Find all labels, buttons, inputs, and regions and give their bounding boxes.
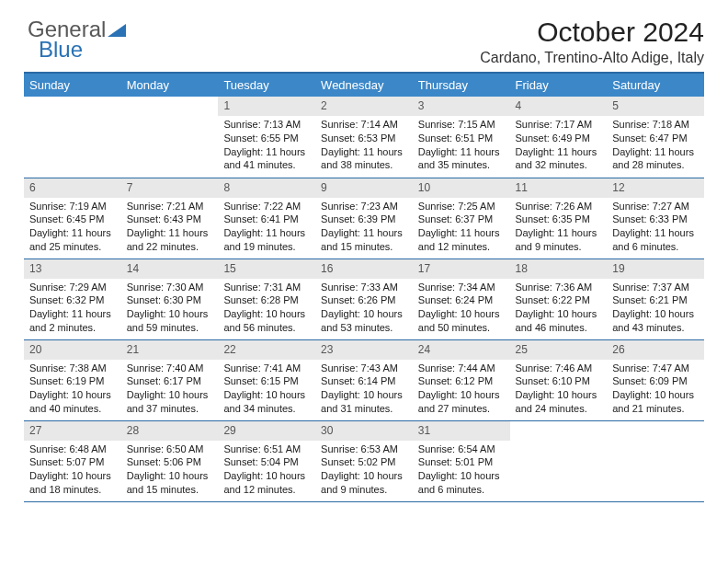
sunset-text: Sunset: 5:06 PM	[127, 456, 213, 469]
calendar-week-row: 13Sunrise: 7:29 AMSunset: 6:32 PMDayligh…	[24, 259, 704, 339]
sunset-text: Sunset: 5:04 PM	[223, 456, 310, 469]
day-details: Sunrise: 7:23 AMSunset: 6:39 PMDaylight:…	[315, 198, 413, 259]
sunrise-text: Sunrise: 7:26 AM	[516, 201, 602, 213]
daylight2-text: and 53 minutes.	[321, 322, 407, 335]
day-number: 25	[510, 340, 608, 360]
calendar-day-cell: 4Sunrise: 7:17 AMSunset: 6:49 PMDaylight…	[510, 97, 608, 178]
daylight1-text: Daylight: 11 hours	[612, 227, 699, 240]
calendar-day-cell: 21Sunrise: 7:40 AMSunset: 6:17 PMDayligh…	[121, 339, 219, 420]
sunset-text: Sunset: 6:28 PM	[223, 294, 310, 307]
sunrise-text: Sunrise: 7:15 AM	[418, 119, 505, 132]
sunset-text: Sunset: 6:33 PM	[612, 213, 699, 226]
sunrise-text: Sunrise: 7:36 AM	[516, 282, 602, 294]
calendar-day-cell: 6Sunrise: 7:19 AMSunset: 6:45 PMDaylight…	[24, 178, 121, 259]
daylight1-text: Daylight: 11 hours	[516, 146, 602, 159]
sunset-text: Sunset: 6:22 PM	[516, 294, 602, 307]
calendar-week-row: 1Sunrise: 7:13 AMSunset: 6:55 PMDaylight…	[24, 97, 704, 178]
day-details: Sunrise: 7:13 AMSunset: 6:55 PMDaylight:…	[218, 116, 315, 177]
day-number: 31	[413, 421, 510, 441]
calendar-day-cell: 8Sunrise: 7:22 AMSunset: 6:41 PMDaylight…	[218, 178, 315, 259]
daylight1-text: Daylight: 10 hours	[29, 470, 116, 483]
day-details: Sunrise: 7:38 AMSunset: 6:19 PMDaylight:…	[24, 360, 121, 420]
daylight1-text: Daylight: 10 hours	[612, 389, 699, 402]
sunset-text: Sunset: 6:43 PM	[127, 213, 213, 226]
sunset-text: Sunset: 6:10 PM	[516, 375, 602, 388]
day-details: Sunrise: 7:25 AMSunset: 6:37 PMDaylight:…	[413, 198, 510, 259]
daylight1-text: Daylight: 10 hours	[127, 470, 213, 483]
sunrise-text: Sunrise: 7:46 AM	[516, 362, 602, 375]
sunrise-text: Sunrise: 6:51 AM	[223, 443, 310, 456]
sunset-text: Sunset: 5:07 PM	[29, 456, 116, 469]
calendar-day-cell: 18Sunrise: 7:36 AMSunset: 6:22 PMDayligh…	[510, 259, 608, 339]
weekday-header: Thursday	[413, 73, 510, 97]
sunset-text: Sunset: 6:35 PM	[516, 213, 602, 226]
day-number: 19	[607, 259, 704, 279]
day-details: Sunrise: 7:46 AMSunset: 6:10 PMDaylight:…	[510, 360, 608, 420]
daylight2-text: and 50 minutes.	[418, 322, 505, 335]
daylight2-text: and 35 minutes.	[418, 159, 505, 172]
sunrise-text: Sunrise: 7:40 AM	[127, 362, 213, 375]
sunset-text: Sunset: 6:12 PM	[418, 375, 505, 388]
day-details: Sunrise: 7:21 AMSunset: 6:43 PMDaylight:…	[121, 198, 219, 259]
day-number: 24	[413, 340, 510, 360]
sunrise-text: Sunrise: 7:44 AM	[418, 362, 505, 375]
day-number: 8	[218, 178, 315, 198]
location-subtitle: Cardano, Trentino-Alto Adige, Italy	[24, 50, 704, 66]
sunset-text: Sunset: 6:09 PM	[612, 375, 699, 388]
day-number: 27	[24, 421, 121, 441]
sunrise-text: Sunrise: 7:29 AM	[29, 282, 116, 294]
daylight1-text: Daylight: 10 hours	[321, 389, 407, 402]
daylight1-text: Daylight: 10 hours	[223, 470, 310, 483]
day-details: Sunrise: 7:34 AMSunset: 6:24 PMDaylight:…	[413, 279, 510, 339]
sunrise-text: Sunrise: 7:19 AM	[29, 201, 116, 213]
daylight1-text: Daylight: 10 hours	[418, 470, 505, 483]
daylight2-text: and 28 minutes.	[612, 159, 699, 172]
sunset-text: Sunset: 6:32 PM	[29, 294, 116, 307]
calendar-day-cell: 3Sunrise: 7:15 AMSunset: 6:51 PMDaylight…	[413, 97, 510, 178]
daylight2-text: and 41 minutes.	[223, 159, 310, 172]
sunrise-text: Sunrise: 7:31 AM	[223, 282, 310, 294]
daylight1-text: Daylight: 11 hours	[127, 227, 213, 240]
sunset-text: Sunset: 6:26 PM	[321, 294, 407, 307]
daylight2-text: and 9 minutes.	[516, 241, 602, 254]
calendar-day-cell: 1Sunrise: 7:13 AMSunset: 6:55 PMDaylight…	[218, 97, 315, 178]
sunset-text: Sunset: 6:30 PM	[127, 294, 213, 307]
daylight2-text: and 27 minutes.	[418, 403, 505, 416]
day-number: 29	[218, 421, 315, 441]
daylight1-text: Daylight: 10 hours	[29, 389, 116, 402]
calendar-day-cell	[607, 420, 704, 501]
sunrise-text: Sunrise: 6:50 AM	[127, 443, 213, 456]
day-details: Sunrise: 7:15 AMSunset: 6:51 PMDaylight:…	[413, 116, 510, 177]
day-details: Sunrise: 7:17 AMSunset: 6:49 PMDaylight:…	[510, 116, 608, 177]
day-details: Sunrise: 6:48 AMSunset: 5:07 PMDaylight:…	[24, 441, 121, 501]
daylight2-text: and 18 minutes.	[29, 484, 116, 497]
daylight1-text: Daylight: 10 hours	[418, 308, 505, 321]
day-details: Sunrise: 7:22 AMSunset: 6:41 PMDaylight:…	[218, 198, 315, 259]
daylight2-text: and 9 minutes.	[321, 484, 407, 497]
sunrise-text: Sunrise: 7:22 AM	[223, 201, 310, 213]
weekday-header-row: Sunday Monday Tuesday Wednesday Thursday…	[24, 73, 704, 97]
day-number: 16	[315, 259, 413, 279]
daylight1-text: Daylight: 11 hours	[321, 146, 407, 159]
sunset-text: Sunset: 6:24 PM	[418, 294, 505, 307]
calendar-day-cell: 24Sunrise: 7:44 AMSunset: 6:12 PMDayligh…	[413, 339, 510, 420]
sunset-text: Sunset: 6:19 PM	[29, 375, 116, 388]
day-number: 14	[121, 259, 219, 279]
calendar-day-cell: 25Sunrise: 7:46 AMSunset: 6:10 PMDayligh…	[510, 339, 608, 420]
day-details: Sunrise: 7:14 AMSunset: 6:53 PMDaylight:…	[315, 116, 413, 177]
calendar-day-cell: 2Sunrise: 7:14 AMSunset: 6:53 PMDaylight…	[315, 97, 413, 178]
day-details: Sunrise: 7:40 AMSunset: 6:17 PMDaylight:…	[121, 360, 219, 420]
day-details: Sunrise: 7:26 AMSunset: 6:35 PMDaylight:…	[510, 198, 608, 259]
day-details: Sunrise: 6:50 AMSunset: 5:06 PMDaylight:…	[121, 441, 219, 501]
day-number: 13	[24, 259, 121, 279]
daylight2-text: and 46 minutes.	[516, 322, 602, 335]
daylight2-text: and 12 minutes.	[418, 241, 505, 254]
daylight2-text: and 25 minutes.	[29, 241, 116, 254]
daylight1-text: Daylight: 11 hours	[223, 227, 310, 240]
daylight2-text: and 19 minutes.	[223, 241, 310, 254]
weekday-header: Wednesday	[315, 73, 413, 97]
calendar-day-cell: 30Sunrise: 6:53 AMSunset: 5:02 PMDayligh…	[315, 420, 413, 501]
day-details: Sunrise: 7:47 AMSunset: 6:09 PMDaylight:…	[607, 360, 704, 420]
day-number: 9	[315, 178, 413, 198]
calendar-day-cell: 13Sunrise: 7:29 AMSunset: 6:32 PMDayligh…	[24, 259, 121, 339]
